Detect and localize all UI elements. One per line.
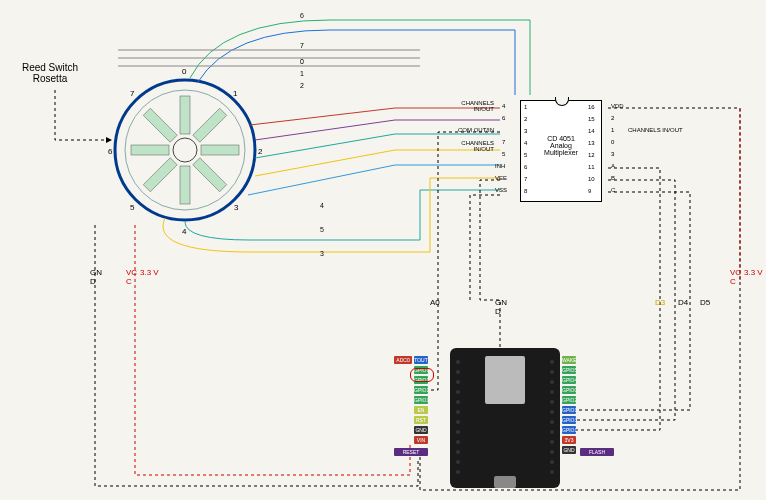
mux-r12: 3 (611, 151, 614, 157)
nodemcu-board (450, 348, 560, 488)
svg-point-2 (173, 138, 197, 162)
mux-r11: A (611, 163, 615, 169)
mux-pin-14: 14 (588, 128, 595, 134)
mux-side-left-top: CHANNELSIN/OUT (450, 100, 494, 112)
svg-point-37 (456, 430, 460, 434)
mux-pin-2: 2 (524, 116, 527, 122)
svg-point-34 (456, 400, 460, 404)
pad-gpio5: GPIO5 (562, 366, 576, 374)
mux-l2: 6 (502, 115, 505, 121)
svg-point-45 (550, 390, 554, 394)
mux-l5: 5 (502, 151, 505, 157)
svg-rect-5 (201, 145, 239, 155)
pad-adc0: ADC0 (394, 356, 412, 364)
svg-point-42 (550, 360, 554, 364)
svg-rect-7 (180, 166, 190, 204)
mux-r14: 1 (611, 127, 614, 133)
pad-gpio2: GPIO2 (562, 396, 576, 404)
svg-point-36 (456, 420, 460, 424)
mux-pin-13: 13 (588, 140, 595, 146)
svg-text:3: 3 (320, 250, 324, 257)
svg-text:6: 6 (108, 147, 113, 156)
svg-point-39 (456, 450, 460, 454)
svg-text:1: 1 (233, 89, 238, 98)
svg-text:2: 2 (258, 147, 263, 156)
svg-text:7: 7 (130, 89, 135, 98)
svg-point-38 (456, 440, 460, 444)
pad-gnd-r: GND (562, 446, 576, 454)
pad-gpio15: GPIO15 (562, 406, 576, 414)
mux-l3: COM OUT/IN (458, 127, 494, 133)
svg-rect-6 (193, 158, 227, 192)
pad-rst: RST (414, 416, 428, 424)
mux-pin-16: 16 (588, 104, 595, 110)
pad-gpio4: GPIO4 (562, 376, 576, 384)
net-vcc-right: VCC (730, 268, 741, 286)
pad-reset: RESET (394, 448, 428, 456)
net-vcc-left: VCC (126, 268, 137, 286)
svg-rect-4 (193, 108, 227, 142)
mux-r13: 0 (611, 139, 614, 145)
mux-side-right: CHANNELS IN/OUT (628, 127, 683, 133)
svg-point-49 (550, 430, 554, 434)
rosetta-label: Reed SwitchRosetta (10, 62, 90, 84)
pad-gpio0: GPIO0 (562, 386, 576, 394)
svg-text:5: 5 (320, 226, 324, 233)
mux-pin-1: 1 (524, 104, 527, 110)
net-gnd-left: GND (90, 268, 102, 286)
svg-text:4: 4 (320, 202, 324, 209)
svg-text:4: 4 (182, 227, 187, 236)
pad-gpio12: GPIO12 (414, 386, 428, 394)
pad-vin: VIN (414, 436, 428, 444)
mux-pin-10: 10 (588, 176, 595, 182)
svg-text:5: 5 (130, 203, 135, 212)
svg-point-44 (550, 380, 554, 384)
mux-pin-7: 7 (524, 176, 527, 182)
svg-point-35 (456, 410, 460, 414)
svg-point-46 (550, 400, 554, 404)
net-gnd-mid: GND (495, 298, 507, 316)
pad-3v3: 3V3 (562, 436, 576, 444)
net-d3: D3 (655, 298, 665, 307)
svg-text:6: 6 (300, 12, 304, 19)
mux-pin-8: 8 (524, 188, 527, 194)
svg-rect-10 (143, 108, 177, 142)
svg-point-52 (550, 460, 554, 464)
pad-gpio3: GPIO3 (562, 416, 576, 424)
pad-gnd-l: GND (414, 426, 428, 434)
mux-pin-3: 3 (524, 128, 527, 134)
net-a0: A0 (430, 298, 440, 307)
svg-text:0: 0 (182, 67, 187, 76)
mux-r10: B (611, 175, 615, 181)
svg-point-33 (456, 390, 460, 394)
pad-wake: WAKE (562, 356, 576, 364)
mux-pin-4: 4 (524, 140, 527, 146)
svg-point-30 (456, 360, 460, 364)
svg-text:3: 3 (234, 203, 239, 212)
mux-r16: VDD (611, 103, 624, 109)
net-33v-left: 3.3 V (140, 268, 159, 277)
pad-tout: TOUT (414, 356, 428, 364)
mux-side-left-mid: CHANNELSIN/OUT (450, 140, 494, 152)
svg-text:7: 7 (300, 42, 304, 49)
mux-l1: 4 (502, 103, 505, 109)
mux-pin-9: 9 (588, 188, 591, 194)
mux-l4: 7 (502, 139, 505, 145)
svg-point-51 (550, 450, 554, 454)
svg-text:2: 2 (300, 82, 304, 89)
mux-r15: 2 (611, 115, 614, 121)
svg-point-48 (550, 420, 554, 424)
svg-point-31 (456, 370, 460, 374)
svg-rect-8 (143, 158, 177, 192)
pad-en: EN (414, 406, 428, 414)
net-d5: D5 (700, 298, 710, 307)
svg-rect-3 (180, 96, 190, 134)
mux-pin-15: 15 (588, 116, 595, 122)
mux-pin-11: 11 (588, 164, 595, 170)
mux-pin-5: 5 (524, 152, 527, 158)
wiring-svg: 6 7 0 1 2 4 5 3 0 1 2 3 4 5 6 7 (0, 0, 766, 500)
svg-point-53 (550, 470, 554, 474)
svg-point-32 (456, 380, 460, 384)
mux-l6: INH (495, 163, 505, 169)
mux-pin-6: 6 (524, 164, 527, 170)
